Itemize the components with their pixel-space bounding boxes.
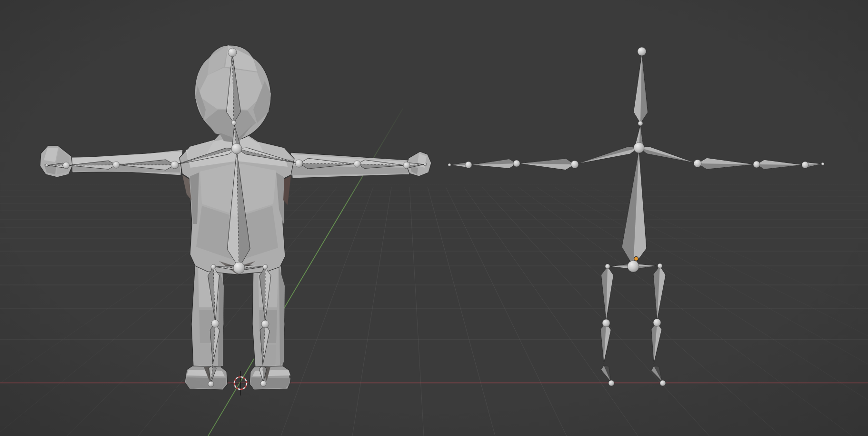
joint-sphere: [658, 264, 662, 268]
mesh-facet: [186, 377, 226, 389]
joint-sphere: [171, 161, 179, 169]
joint-sphere: [753, 161, 760, 168]
joint-sphere: [634, 142, 644, 153]
joint-sphere: [802, 162, 808, 168]
joint-sphere: [694, 160, 701, 167]
joint-sphere: [231, 121, 236, 125]
joint-sphere: [653, 319, 661, 326]
grid-distance-fade: [0, 86, 868, 210]
joint-sphere: [638, 47, 646, 56]
joint-sphere: [231, 143, 242, 154]
joint-sphere: [354, 161, 360, 167]
joint-sphere: [260, 381, 266, 386]
mesh-facet: [250, 377, 290, 389]
joint-sphere: [571, 161, 579, 168]
joint-sphere: [211, 264, 216, 269]
joint-sphere: [513, 160, 520, 167]
joint-sphere: [609, 380, 614, 386]
joint-sphere: [602, 319, 610, 327]
origin-point: [634, 257, 639, 261]
joint-sphere: [821, 162, 824, 165]
viewport-3d[interactable]: [0, 0, 868, 436]
joint-sphere: [295, 160, 303, 167]
viewport-background: [0, 0, 868, 436]
joint-sphere: [45, 164, 48, 167]
joint-sphere: [660, 380, 666, 386]
joint-sphere: [465, 162, 472, 168]
joint-sphere: [448, 163, 451, 166]
joint-sphere: [403, 162, 410, 169]
joint-sphere: [605, 264, 610, 269]
joint-sphere: [113, 162, 120, 168]
joint-sphere: [211, 320, 219, 327]
joint-sphere: [233, 262, 245, 274]
joint-sphere: [628, 261, 639, 272]
joint-sphere: [63, 162, 70, 169]
viewport-canvas[interactable]: [0, 0, 868, 436]
mesh-facet: [252, 370, 290, 376]
joint-sphere: [638, 121, 643, 126]
joint-sphere: [261, 320, 269, 328]
joint-sphere: [424, 163, 427, 166]
joint-sphere: [208, 381, 214, 387]
joint-sphere: [263, 264, 268, 269]
joint-sphere: [228, 48, 237, 57]
